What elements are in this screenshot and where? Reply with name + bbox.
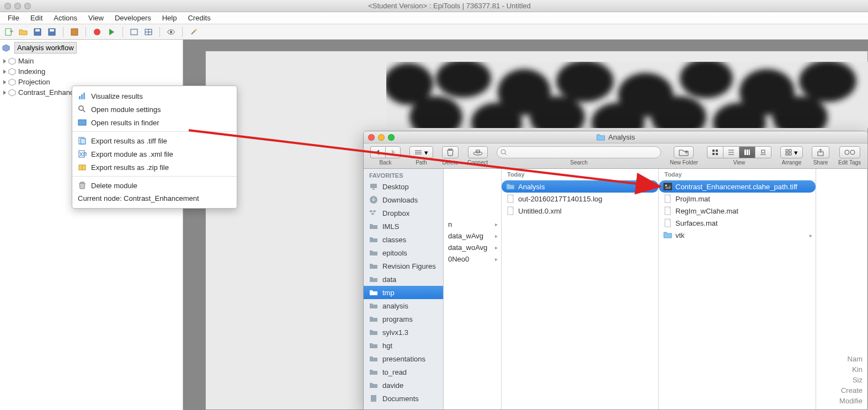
col-item[interactable]: Untitled.0.xml (502, 205, 658, 217)
menu-developers[interactable]: Developers (109, 14, 157, 22)
menu-edit[interactable]: Edit (25, 14, 48, 22)
col-item[interactable]: ProjIm.mat (659, 193, 816, 205)
fav-item-downloads[interactable]: Downloads (364, 193, 443, 206)
ctx-label: Export results as .tiff file (91, 137, 167, 145)
fav-item-to_read[interactable]: to_read (364, 365, 443, 379)
ctx-export-zip[interactable]: Export results as .zip file (72, 161, 237, 174)
minimize-button[interactable] (14, 3, 21, 9)
col-item[interactable]: Surfaces.mat (659, 217, 816, 229)
zoom-button[interactable] (24, 3, 31, 9)
col-item[interactable]: out-20160217T140115.log (502, 193, 658, 205)
save-icon[interactable] (32, 26, 43, 38)
item-label: data_wAvg (448, 232, 483, 240)
save-as-icon[interactable] (46, 26, 57, 38)
path-button[interactable]: ▾ (409, 146, 433, 158)
fav-item-davide[interactable]: davide (364, 379, 443, 392)
col-item[interactable]: vtk▸ (659, 229, 816, 241)
export-xml-icon: xml (78, 150, 87, 158)
ft-edittags-group: Edit Tags (838, 146, 861, 166)
view-coverflow-button[interactable] (755, 146, 771, 158)
file-icon (663, 219, 672, 227)
delete-button[interactable] (442, 146, 459, 158)
favorites-header: FAVORITES (364, 169, 443, 180)
fav-item-epitools[interactable]: epitools (364, 246, 443, 259)
col-item[interactable]: RegIm_wClahe.mat (659, 205, 816, 217)
menu-file[interactable]: File (2, 14, 25, 22)
folder-icon (369, 275, 378, 284)
menu-help[interactable]: Help (157, 14, 183, 22)
finder-minimize-button[interactable] (378, 134, 385, 141)
col-item[interactable]: Contrast_Enhancement.clahe_path.tiff (659, 180, 816, 193)
col-item[interactable]: 0Neo0▸ (444, 253, 501, 265)
new-file-icon[interactable]: + (3, 26, 14, 38)
info-panel: NamKinSizCreateModifie (816, 350, 867, 409)
svg-rect-49 (81, 139, 86, 144)
fav-item-sylvx1.3[interactable]: sylvx1.3 (364, 326, 443, 339)
finder-columns: n▸data_wAvg▸data_woAvg▸0Neo0▸ Today Anal… (444, 169, 867, 409)
svg-rect-6 (71, 29, 78, 35)
chart-icon (78, 92, 87, 100)
fav-item-data[interactable]: data (364, 273, 443, 286)
wand-icon[interactable] (188, 26, 199, 38)
window-icon[interactable] (129, 26, 140, 38)
col-item[interactable]: data_woAvg▸ (444, 242, 501, 253)
svg-point-84 (850, 150, 855, 155)
eye-icon[interactable] (166, 26, 177, 38)
tag-icon (844, 150, 855, 155)
ctx-export-xml[interactable]: xmlExport module as .xml file (72, 147, 237, 161)
svg-text:+: + (9, 28, 13, 35)
share-button[interactable] (812, 146, 829, 158)
record-icon[interactable] (92, 26, 103, 38)
fav-item-hgt[interactable]: hgt (364, 339, 443, 352)
menu-view[interactable]: View (83, 14, 109, 22)
connect-button[interactable] (468, 146, 488, 158)
svg-point-15 (195, 29, 197, 31)
tree-item-indexing[interactable]: Indexing (0, 66, 183, 77)
ctx-visualize-results[interactable]: Visualize results (72, 89, 237, 103)
col-item[interactable]: data_wAvg▸ (444, 230, 501, 242)
fav-item-desktop[interactable]: Desktop (364, 180, 443, 193)
fav-item-tmp[interactable]: tmp (364, 286, 443, 299)
fav-item-dropbox[interactable]: Dropbox (364, 206, 443, 220)
back-button[interactable] (370, 146, 385, 158)
menu-actions[interactable]: Actions (48, 14, 83, 22)
svg-point-61 (473, 152, 482, 155)
arrange-button[interactable]: ▾ (780, 146, 803, 158)
fav-item-classes[interactable]: classes (364, 233, 443, 246)
open-folder-icon[interactable] (18, 26, 29, 38)
grid-icon[interactable] (143, 26, 154, 38)
module-icon[interactable] (69, 26, 80, 38)
ctx-open-settings[interactable]: Open module settings (72, 103, 237, 116)
newfolder-button[interactable]: + (674, 146, 694, 158)
col-item[interactable]: n▸ (444, 219, 501, 230)
svg-rect-76 (762, 150, 765, 153)
fav-item-revision-figures[interactable]: Revision Figures (364, 259, 443, 273)
fav-item-programs[interactable]: programs (364, 312, 443, 326)
svg-point-63 (501, 150, 505, 154)
view-list-button[interactable] (723, 146, 739, 158)
view-column-button[interactable] (739, 146, 755, 158)
forward-button[interactable] (385, 146, 401, 158)
ctx-delete-module[interactable]: Delete module (72, 179, 237, 192)
ctx-open-finder[interactable]: Open results in finder (72, 116, 237, 129)
close-button[interactable] (4, 3, 11, 9)
fav-item-presentations[interactable]: presentations (364, 352, 443, 365)
chevron-right-icon: ▸ (495, 244, 498, 251)
svg-rect-44 (83, 93, 85, 99)
tree-item-main[interactable]: Main (0, 56, 183, 66)
fav-item-imls[interactable]: IMLS (364, 220, 443, 233)
menu-credits[interactable]: Credits (182, 14, 216, 22)
col-item[interactable]: Analysis▸ (502, 180, 658, 193)
view-icon-button[interactable] (707, 146, 723, 158)
finder-zoom-button[interactable] (388, 134, 395, 141)
finder-close-button[interactable] (368, 134, 375, 141)
fav-item-documents[interactable]: Documents (364, 392, 443, 405)
edittags-button[interactable] (839, 146, 860, 158)
ctx-export-tiff[interactable]: Export results as .tiff file (72, 134, 237, 147)
play-icon[interactable] (106, 26, 117, 38)
fav-item-analysis[interactable]: analysis (364, 299, 443, 312)
ft-search-label: Search (570, 159, 588, 166)
search-input[interactable] (497, 146, 661, 158)
ft-arrange-group: ▾ Arrange (780, 146, 803, 166)
item-label: 0Neo0 (448, 255, 469, 263)
